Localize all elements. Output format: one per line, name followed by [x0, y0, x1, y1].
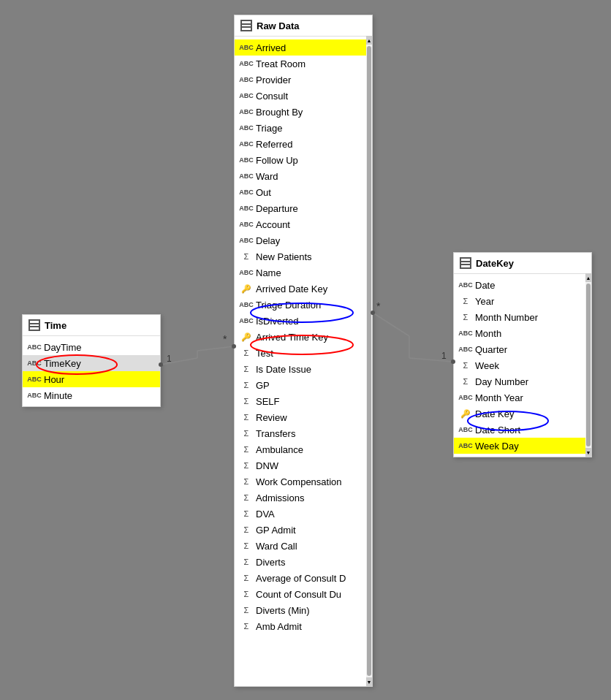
field-amb-admit[interactable]: Σ Amb Admit — [235, 618, 372, 634]
sigma-icon: Σ — [240, 379, 252, 391]
field-label: Name — [256, 267, 281, 278]
field-name[interactable]: ABC Name — [235, 265, 372, 281]
table-icon — [29, 319, 40, 331]
field-label: Ward Call — [256, 541, 297, 552]
field-label: DayTime — [44, 342, 82, 353]
field-arrived[interactable]: ABC Arrived — [235, 39, 372, 56]
time-table-body[interactable]: ABC DayTime ABC TimeKey ABC Hour ABC Min… — [23, 336, 160, 406]
field-count-consult[interactable]: Σ Count of Consult Du — [235, 586, 372, 602]
field-quarter[interactable]: ABC Quarter — [454, 341, 591, 357]
field-label: Triage — [256, 123, 282, 134]
field-label: SELF — [256, 396, 280, 407]
field-delay[interactable]: ABC Delay — [235, 232, 372, 248]
field-dva[interactable]: Σ DVA — [235, 506, 372, 522]
raw-data-table: Raw Data ABC Arrived ABC Treat Room ABC … — [234, 15, 373, 687]
sigma-icon: Σ — [240, 620, 252, 632]
field-account[interactable]: ABC Account — [235, 216, 372, 232]
connector-label-star: * — [223, 333, 227, 345]
field-week[interactable]: Σ Week — [454, 357, 591, 373]
field-label: Year — [475, 296, 494, 307]
field-diverts-min[interactable]: Σ Diverts (Min) — [235, 602, 372, 618]
field-review[interactable]: Σ Review — [235, 409, 372, 425]
field-label: Review — [256, 412, 287, 423]
field-label: Referred — [256, 139, 293, 150]
field-admissions[interactable]: Σ Admissions — [235, 490, 372, 506]
field-follow-up[interactable]: ABC Follow Up — [235, 152, 372, 168]
sigma-icon: Σ — [460, 359, 471, 371]
field-is-diverted[interactable]: ABC IsDiverted — [235, 313, 372, 329]
field-self[interactable]: Σ SELF — [235, 393, 372, 409]
field-diverts[interactable]: Σ Diverts — [235, 554, 372, 570]
field-label: Day Number — [475, 376, 528, 387]
field-transfers[interactable]: Σ Transfers — [235, 425, 372, 441]
field-label: DNW — [256, 460, 278, 471]
abc-icon: ABC — [240, 186, 252, 198]
key-icon: 🔑 — [240, 331, 252, 343]
field-minute[interactable]: ABC Minute — [23, 387, 160, 403]
sigma-icon: Σ — [240, 363, 252, 375]
field-is-date-issue[interactable]: Σ Is Date Issue — [235, 361, 372, 377]
abc-icon: ABC — [460, 343, 471, 355]
field-label: Arrived — [256, 42, 286, 53]
field-triage[interactable]: ABC Triage — [235, 120, 372, 136]
field-month-number[interactable]: Σ Month Number — [454, 309, 591, 325]
field-gp[interactable]: Σ GP — [235, 377, 372, 393]
sigma-icon: Σ — [240, 492, 252, 503]
connector-label-1: 1 — [167, 354, 172, 364]
field-triage-duration[interactable]: ABC Triage Duration — [235, 297, 372, 313]
field-consult[interactable]: ABC Consult — [235, 88, 372, 104]
field-departure[interactable]: ABC Departure — [235, 200, 372, 216]
abc-icon: ABC — [240, 315, 252, 327]
field-year[interactable]: Σ Year — [454, 293, 591, 309]
field-arrived-time-key[interactable]: 🔑 Arrived Time Key — [235, 329, 372, 345]
field-date-short[interactable]: ABC Date Short — [454, 422, 591, 438]
field-month[interactable]: ABC Month — [454, 325, 591, 341]
field-ambulance[interactable]: Σ Ambulance — [235, 441, 372, 457]
abc-icon: ABC — [240, 202, 252, 214]
time-to-raw-connector-2 — [197, 346, 234, 351]
field-ward-call[interactable]: Σ Ward Call — [235, 538, 372, 554]
field-referred[interactable]: ABC Referred — [235, 136, 372, 152]
field-label: GP Admit — [256, 525, 296, 536]
field-brought-by[interactable]: ABC Brought By — [235, 104, 372, 120]
key-icon: 🔑 — [460, 408, 471, 419]
abc-icon: ABC — [240, 267, 252, 278]
field-label: Out — [256, 187, 271, 198]
raw-data-table-body[interactable]: ABC Arrived ABC Treat Room ABC Provider … — [235, 37, 372, 637]
field-avg-consult[interactable]: Σ Average of Consult D — [235, 570, 372, 586]
datekey-table-body[interactable]: ABC Date Σ Year Σ Month Number ABC Month… — [454, 274, 591, 457]
field-label: Provider — [256, 75, 291, 85]
field-work-compensation[interactable]: Σ Work Compensation — [235, 473, 372, 490]
field-date[interactable]: ABC Date — [454, 277, 591, 293]
field-gp-admit[interactable]: Σ GP Admit — [235, 522, 372, 538]
field-label: Account — [256, 219, 290, 230]
field-timekey[interactable]: ABC TimeKey — [23, 355, 160, 371]
field-hour[interactable]: ABC Hour — [23, 371, 160, 387]
sigma-icon: Σ — [240, 395, 252, 407]
field-day-number[interactable]: Σ Day Number — [454, 373, 591, 389]
field-test[interactable]: Σ Test — [235, 345, 372, 361]
field-treat-room[interactable]: ABC Treat Room — [235, 56, 372, 72]
field-arrived-date-key[interactable]: 🔑 Arrived Date Key — [235, 281, 372, 297]
sigma-icon: Σ — [240, 411, 252, 423]
field-label: Date Key — [475, 408, 514, 419]
table-icon — [460, 257, 471, 269]
connector-label-1-2: 1 — [441, 351, 447, 361]
field-label: Month Year — [475, 392, 523, 403]
abc-icon: ABC — [240, 299, 252, 311]
field-dnw[interactable]: Σ DNW — [235, 457, 372, 473]
abc-icon: ABC — [240, 74, 252, 85]
field-date-key[interactable]: 🔑 Date Key — [454, 406, 591, 422]
field-provider[interactable]: ABC Provider — [235, 72, 372, 88]
field-daytime[interactable]: ABC DayTime — [23, 339, 160, 355]
field-week-day[interactable]: ABC Week Day — [454, 438, 591, 454]
field-label: Arrived Time Key — [256, 332, 328, 343]
field-new-patients[interactable]: Σ New Patients — [235, 248, 372, 265]
field-out[interactable]: ABC Out — [235, 184, 372, 200]
abc-icon: ABC — [240, 58, 252, 69]
field-ward[interactable]: ABC Ward — [235, 168, 372, 184]
field-month-year[interactable]: ABC Month Year — [454, 389, 591, 406]
field-label: GP — [256, 380, 270, 391]
abc-icon: ABC — [240, 138, 252, 150]
field-label: TimeKey — [44, 358, 81, 369]
